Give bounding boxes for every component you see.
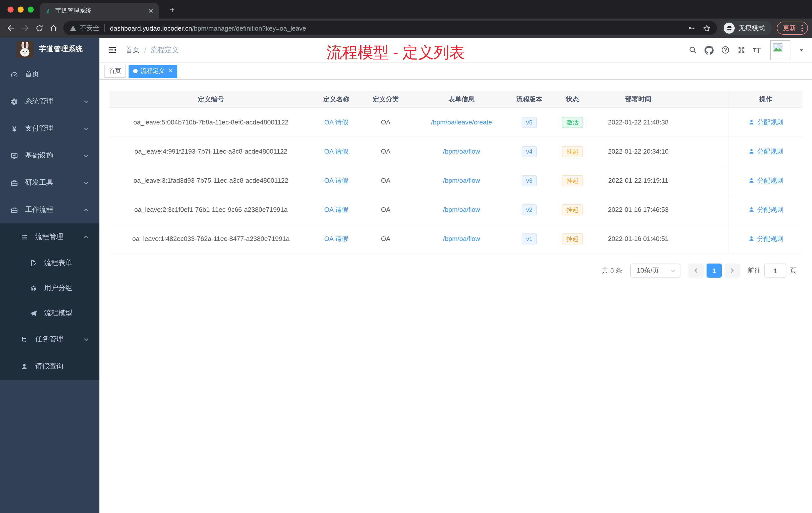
cell-actions: 分配规则 bbox=[729, 224, 803, 253]
cell-status: 挂起 bbox=[547, 137, 598, 165]
new-tab-button[interactable]: + bbox=[166, 4, 178, 16]
definition-name-link[interactable]: OA 请假 bbox=[324, 176, 348, 185]
assign-rule-button[interactable]: 分配规则 bbox=[748, 205, 783, 214]
sidebar-item-10[interactable]: 流程模型 bbox=[0, 301, 99, 326]
cell-form-info: /bpm/oa/flow bbox=[411, 137, 512, 165]
tag-1[interactable]: 首页 bbox=[105, 64, 125, 78]
tab-close-icon[interactable]: ✕ bbox=[147, 7, 155, 14]
sidebar-item-label: 流程管理 bbox=[35, 233, 83, 241]
update-label: 更新 bbox=[783, 24, 796, 33]
version-badge: v4 bbox=[522, 146, 537, 157]
status-badge: 挂起 bbox=[562, 204, 583, 215]
column-header-6: 状态 bbox=[547, 91, 598, 108]
gear-icon bbox=[10, 98, 19, 105]
minimize-window-button[interactable] bbox=[18, 6, 24, 12]
cell-form-info: /bpm/oa/flow bbox=[411, 224, 512, 253]
sidebar-item-3[interactable]: ¥支付管理 bbox=[0, 115, 99, 142]
column-header-4: 表单信息 bbox=[411, 91, 512, 108]
cell-version: v2 bbox=[512, 195, 547, 224]
person-icon bbox=[748, 177, 755, 184]
definition-name-link[interactable]: OA 请假 bbox=[324, 118, 348, 127]
broken-image-icon bbox=[772, 41, 783, 53]
person-icon bbox=[748, 235, 755, 242]
goto-page-input[interactable] bbox=[764, 264, 786, 278]
chevron-down-icon bbox=[83, 180, 89, 185]
tag-close-icon[interactable]: ✕ bbox=[168, 68, 173, 74]
definition-name-link[interactable]: OA 请假 bbox=[324, 147, 348, 156]
browser-tab-title: 芋道管理系统 bbox=[55, 6, 147, 15]
tag-2[interactable]: 流程定义✕ bbox=[128, 64, 177, 78]
security-label[interactable]: 不安全 bbox=[80, 24, 99, 33]
key-icon[interactable] bbox=[688, 24, 696, 32]
star-icon[interactable] bbox=[702, 24, 711, 32]
help-icon[interactable] bbox=[721, 46, 729, 54]
next-page-button[interactable] bbox=[725, 264, 740, 278]
assign-rule-button[interactable]: 分配规则 bbox=[748, 176, 783, 185]
fullscreen-icon[interactable] bbox=[737, 46, 746, 54]
assign-rule-button[interactable]: 分配规则 bbox=[748, 147, 783, 156]
sidebar-item-5[interactable]: 研发工具 bbox=[0, 169, 99, 196]
hamburger-icon[interactable] bbox=[106, 43, 118, 57]
browser-update-button[interactable]: 更新 bbox=[777, 22, 808, 35]
sidebar-item-6[interactable]: 工作流程 bbox=[0, 196, 99, 223]
sidebar-item-2[interactable]: 系统管理 bbox=[0, 88, 99, 115]
close-window-button[interactable] bbox=[7, 6, 13, 12]
sidebar-item-1[interactable]: 首页 bbox=[0, 61, 99, 88]
cell-version: v1 bbox=[512, 224, 547, 253]
sidebar-item-label: 请假查询 bbox=[35, 362, 99, 371]
form-link[interactable]: /bpm/oa/flow bbox=[443, 206, 480, 213]
browser-toolbar: 不安全 dashboard.yudao.iocoder.cn /bpm/mana… bbox=[0, 19, 812, 38]
form-link[interactable]: /bpm/oa/flow bbox=[443, 235, 480, 242]
breadcrumb-separator: / bbox=[144, 46, 146, 54]
assign-rule-button[interactable]: 分配规则 bbox=[748, 234, 783, 243]
breadcrumb-home[interactable]: 首页 bbox=[125, 46, 140, 55]
back-icon[interactable] bbox=[4, 21, 18, 35]
address-bar[interactable]: 不安全 dashboard.yudao.iocoder.cn /bpm/mana… bbox=[63, 21, 717, 35]
sidebar-item-9[interactable]: 用户分组 bbox=[0, 276, 99, 301]
form-link[interactable]: /bpm/oa/flow bbox=[443, 177, 480, 184]
forward-icon[interactable] bbox=[18, 21, 32, 35]
screen: 芋道管理系统 ✕ + 不安全 dashboard.yudao.iocoder.c… bbox=[0, 0, 812, 513]
sidebar-item-4[interactable]: 基础设施 bbox=[0, 142, 99, 169]
definition-name-link[interactable]: OA 请假 bbox=[324, 205, 348, 214]
form-link[interactable]: /bpm/oa/leave/create bbox=[431, 118, 492, 126]
browser-titlebar: 芋道管理系统 ✕ + bbox=[0, 0, 812, 19]
table-row-1: oa_leave:5:004b710b-7b8a-11ec-8ef0-acde4… bbox=[110, 108, 803, 137]
home-icon[interactable] bbox=[46, 21, 60, 35]
header-spacer bbox=[678, 91, 729, 108]
cell-actions: 分配规则 bbox=[729, 166, 803, 195]
github-icon[interactable] bbox=[704, 46, 713, 55]
sidebar-item-8[interactable]: 流程表单 bbox=[0, 250, 99, 276]
page-unit-label: 页 bbox=[790, 266, 796, 275]
sidebar: 芋道管理系统 首页系统管理¥支付管理基础设施研发工具工作流程流程管理流程表单用户… bbox=[0, 38, 99, 513]
browser-tab[interactable]: 芋道管理系统 ✕ bbox=[40, 3, 159, 19]
avatar[interactable] bbox=[770, 40, 790, 60]
assign-rule-button[interactable]: 分配规则 bbox=[748, 118, 783, 127]
status-badge: 挂起 bbox=[562, 233, 583, 244]
menu-kebab-icon[interactable] bbox=[801, 25, 804, 32]
cell-actions: 分配规则 bbox=[729, 137, 803, 165]
toolbox-icon bbox=[10, 179, 19, 186]
sidebar-menu: 首页系统管理¥支付管理基础设施研发工具工作流程流程管理流程表单用户分组流程模型任… bbox=[0, 61, 99, 380]
current-page-button[interactable]: 1 bbox=[706, 264, 722, 278]
cell-definition-name: OA 请假 bbox=[312, 166, 360, 195]
person-icon bbox=[748, 119, 755, 125]
zoom-window-button[interactable] bbox=[28, 6, 34, 12]
cell-definition-id: oa_leave:3:1fad3d93-7b75-11ec-a3c8-acde4… bbox=[110, 166, 312, 195]
definition-name-link[interactable]: OA 请假 bbox=[324, 234, 348, 243]
sidebar-item-label: 工作流程 bbox=[25, 205, 83, 214]
chevron-down-icon[interactable] bbox=[799, 48, 804, 53]
sidebar-item-12[interactable]: 请假查询 bbox=[0, 353, 99, 380]
sidebar-item-7[interactable]: 流程管理 bbox=[0, 223, 99, 250]
cell-status: 激活 bbox=[547, 108, 598, 137]
annotation-title: 流程模型 - 定义列表 bbox=[326, 42, 465, 63]
form-link[interactable]: /bpm/oa/flow bbox=[443, 148, 480, 155]
reload-icon[interactable] bbox=[32, 21, 46, 35]
prev-page-button[interactable] bbox=[689, 264, 703, 278]
page-size-select[interactable]: 10条/页 bbox=[630, 264, 680, 278]
cell-definition-name: OA 请假 bbox=[312, 137, 360, 165]
search-icon[interactable] bbox=[688, 46, 697, 54]
font-size-icon[interactable]: TT bbox=[753, 46, 761, 54]
sidebar-item-11[interactable]: 任务管理 bbox=[0, 326, 99, 353]
cell-spacer bbox=[678, 108, 729, 137]
